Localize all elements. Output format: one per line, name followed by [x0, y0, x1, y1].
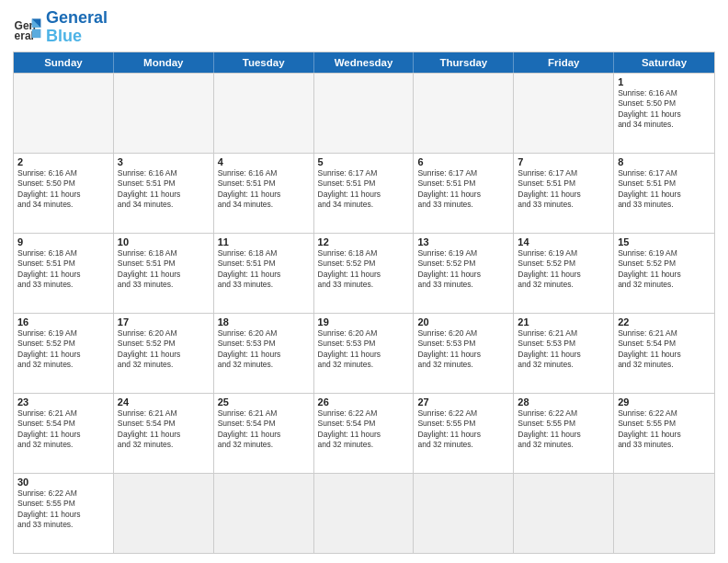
- calendar-cell: [14, 74, 114, 153]
- day-number: 19: [318, 316, 410, 327]
- calendar-cell: 20Sunrise: 6:20 AMSunset: 5:53 PMDayligh…: [414, 314, 514, 393]
- day-number: 20: [417, 316, 509, 327]
- day-number: 27: [417, 396, 509, 408]
- calendar-cell: [514, 74, 614, 153]
- calendar-cell: 8Sunrise: 6:17 AMSunset: 5:51 PMDaylight…: [614, 154, 714, 233]
- header-day-monday: Monday: [114, 52, 214, 73]
- calendar-row-5: 30Sunrise: 6:22 AMSunset: 5:55 PMDayligh…: [14, 473, 714, 553]
- day-number: 30: [17, 477, 109, 488]
- header-day-thursday: Thursday: [414, 52, 514, 73]
- day-info: Sunrise: 6:20 AMSunset: 5:52 PMDaylight:…: [118, 328, 210, 371]
- day-number: 25: [218, 396, 310, 408]
- calendar-cell: [214, 474, 314, 553]
- day-number: 28: [518, 396, 609, 408]
- calendar-cell: 19Sunrise: 6:20 AMSunset: 5:53 PMDayligh…: [314, 314, 415, 393]
- header: Gen eral GeneralBlue: [13, 9, 715, 46]
- day-number: 4: [218, 156, 310, 167]
- header-day-sunday: Sunday: [14, 52, 114, 73]
- day-info: Sunrise: 6:17 AMSunset: 5:51 PMDaylight:…: [618, 168, 711, 211]
- day-info: Sunrise: 6:18 AMSunset: 5:51 PMDaylight:…: [17, 248, 109, 291]
- day-info: Sunrise: 6:20 AMSunset: 5:53 PMDaylight:…: [417, 328, 509, 371]
- day-number: 3: [118, 156, 210, 167]
- day-number: 16: [17, 316, 109, 327]
- calendar-cell: 30Sunrise: 6:22 AMSunset: 5:55 PMDayligh…: [14, 474, 114, 553]
- day-info: Sunrise: 6:21 AMSunset: 5:54 PMDaylight:…: [118, 408, 210, 451]
- day-number: 24: [118, 396, 210, 408]
- calendar-cell: 11Sunrise: 6:18 AMSunset: 5:51 PMDayligh…: [214, 234, 314, 313]
- calendar-cell: 26Sunrise: 6:22 AMSunset: 5:54 PMDayligh…: [314, 394, 415, 473]
- day-number: 10: [118, 236, 210, 247]
- header-day-tuesday: Tuesday: [214, 52, 314, 73]
- day-info: Sunrise: 6:22 AMSunset: 5:55 PMDaylight:…: [417, 408, 509, 451]
- logo: Gen eral GeneralBlue: [13, 9, 108, 46]
- day-number: 11: [218, 236, 310, 247]
- calendar-cell: 25Sunrise: 6:21 AMSunset: 5:54 PMDayligh…: [214, 394, 314, 473]
- day-info: Sunrise: 6:22 AMSunset: 5:54 PMDaylight:…: [318, 408, 410, 451]
- calendar: SundayMondayTuesdayWednesdayThursdayFrid…: [13, 52, 715, 554]
- calendar-cell: 16Sunrise: 6:19 AMSunset: 5:52 PMDayligh…: [14, 314, 114, 393]
- svg-marker-3: [32, 29, 41, 38]
- calendar-cell: [114, 474, 214, 553]
- day-info: Sunrise: 6:19 AMSunset: 5:52 PMDaylight:…: [518, 248, 609, 291]
- calendar-cell: 5Sunrise: 6:17 AMSunset: 5:51 PMDaylight…: [314, 154, 415, 233]
- calendar-cell: [414, 74, 514, 153]
- day-info: Sunrise: 6:19 AMSunset: 5:52 PMDaylight:…: [618, 248, 711, 291]
- calendar-cell: [414, 474, 514, 553]
- day-number: 9: [17, 236, 109, 247]
- calendar-cell: [314, 474, 415, 553]
- calendar-cell: 21Sunrise: 6:21 AMSunset: 5:53 PMDayligh…: [514, 314, 614, 393]
- logo-text: GeneralBlue: [46, 9, 108, 46]
- calendar-cell: [314, 74, 415, 153]
- day-number: 18: [218, 316, 310, 327]
- day-info: Sunrise: 6:19 AMSunset: 5:52 PMDaylight:…: [17, 328, 109, 371]
- calendar-cell: 29Sunrise: 6:22 AMSunset: 5:55 PMDayligh…: [614, 394, 714, 473]
- calendar-row-0: 1Sunrise: 6:16 AMSunset: 5:50 PMDaylight…: [14, 73, 714, 153]
- day-number: 6: [417, 156, 509, 167]
- day-number: 23: [17, 396, 109, 408]
- day-number: 8: [618, 156, 711, 167]
- calendar-cell: 24Sunrise: 6:21 AMSunset: 5:54 PMDayligh…: [114, 394, 214, 473]
- day-info: Sunrise: 6:21 AMSunset: 5:54 PMDaylight:…: [17, 408, 109, 451]
- calendar-cell: 3Sunrise: 6:16 AMSunset: 5:51 PMDaylight…: [114, 154, 214, 233]
- day-info: Sunrise: 6:17 AMSunset: 5:51 PMDaylight:…: [417, 168, 509, 211]
- calendar-cell: 9Sunrise: 6:18 AMSunset: 5:51 PMDaylight…: [14, 234, 114, 313]
- calendar-cell: 17Sunrise: 6:20 AMSunset: 5:52 PMDayligh…: [114, 314, 214, 393]
- calendar-row-4: 23Sunrise: 6:21 AMSunset: 5:54 PMDayligh…: [14, 393, 714, 473]
- day-info: Sunrise: 6:17 AMSunset: 5:51 PMDaylight:…: [518, 168, 609, 211]
- day-info: Sunrise: 6:16 AMSunset: 5:50 PMDaylight:…: [17, 168, 109, 211]
- day-number: 13: [417, 236, 509, 247]
- calendar-row-2: 9Sunrise: 6:18 AMSunset: 5:51 PMDaylight…: [14, 233, 714, 313]
- day-number: 5: [318, 156, 410, 167]
- header-day-saturday: Saturday: [614, 52, 714, 73]
- calendar-cell: 10Sunrise: 6:18 AMSunset: 5:51 PMDayligh…: [114, 234, 214, 313]
- svg-text:eral: eral: [15, 29, 34, 42]
- day-number: 21: [518, 316, 609, 327]
- calendar-cell: [614, 474, 714, 553]
- calendar-row-3: 16Sunrise: 6:19 AMSunset: 5:52 PMDayligh…: [14, 313, 714, 393]
- calendar-cell: 15Sunrise: 6:19 AMSunset: 5:52 PMDayligh…: [614, 234, 714, 313]
- day-info: Sunrise: 6:21 AMSunset: 5:53 PMDaylight:…: [518, 328, 609, 371]
- day-info: Sunrise: 6:17 AMSunset: 5:51 PMDaylight:…: [318, 168, 410, 211]
- calendar-cell: 2Sunrise: 6:16 AMSunset: 5:50 PMDaylight…: [14, 154, 114, 233]
- day-info: Sunrise: 6:20 AMSunset: 5:53 PMDaylight:…: [218, 328, 310, 371]
- day-number: 7: [518, 156, 609, 167]
- calendar-cell: 1Sunrise: 6:16 AMSunset: 5:50 PMDaylight…: [614, 74, 714, 153]
- calendar-cell: 27Sunrise: 6:22 AMSunset: 5:55 PMDayligh…: [414, 394, 514, 473]
- day-info: Sunrise: 6:21 AMSunset: 5:54 PMDaylight:…: [618, 328, 711, 371]
- calendar-header: SundayMondayTuesdayWednesdayThursdayFrid…: [14, 52, 714, 73]
- day-info: Sunrise: 6:22 AMSunset: 5:55 PMDaylight:…: [618, 408, 711, 451]
- day-info: Sunrise: 6:20 AMSunset: 5:53 PMDaylight:…: [318, 328, 410, 371]
- day-info: Sunrise: 6:16 AMSunset: 5:50 PMDaylight:…: [618, 88, 711, 131]
- calendar-cell: 22Sunrise: 6:21 AMSunset: 5:54 PMDayligh…: [614, 314, 714, 393]
- day-info: Sunrise: 6:22 AMSunset: 5:55 PMDaylight:…: [17, 488, 109, 531]
- day-info: Sunrise: 6:18 AMSunset: 5:52 PMDaylight:…: [318, 248, 410, 291]
- calendar-cell: 28Sunrise: 6:22 AMSunset: 5:55 PMDayligh…: [514, 394, 614, 473]
- header-day-friday: Friday: [514, 52, 614, 73]
- calendar-cell: 6Sunrise: 6:17 AMSunset: 5:51 PMDaylight…: [414, 154, 514, 233]
- day-info: Sunrise: 6:19 AMSunset: 5:52 PMDaylight:…: [417, 248, 509, 291]
- calendar-cell: [114, 74, 214, 153]
- calendar-body: 1Sunrise: 6:16 AMSunset: 5:50 PMDaylight…: [14, 73, 714, 553]
- day-info: Sunrise: 6:21 AMSunset: 5:54 PMDaylight:…: [218, 408, 310, 451]
- calendar-cell: 7Sunrise: 6:17 AMSunset: 5:51 PMDaylight…: [514, 154, 614, 233]
- calendar-cell: [514, 474, 614, 553]
